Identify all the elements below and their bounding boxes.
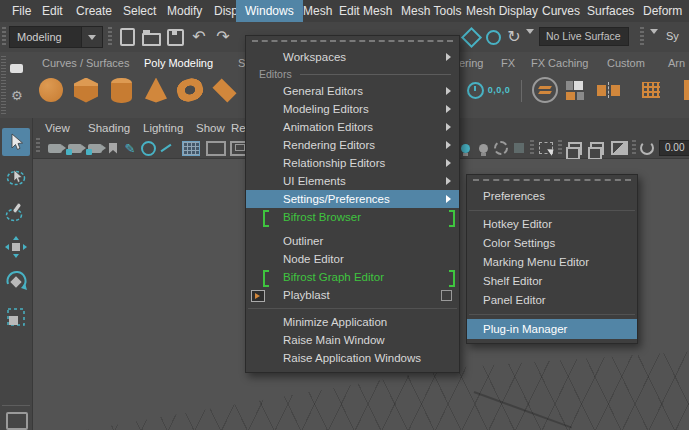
film-gate-button[interactable]: [205, 140, 227, 156]
2d-pan-zoom-button[interactable]: [139, 140, 157, 156]
panel-menu-shading[interactable]: Shading: [88, 118, 130, 138]
exposure-toggle-button[interactable]: [638, 140, 656, 156]
shelf-tab-fx-caching[interactable]: FX Caching: [527, 55, 592, 72]
layout-single-pane-button[interactable]: [6, 412, 28, 430]
submenu-item-plug-in-manager[interactable]: Plug-in Manager: [467, 319, 637, 339]
textured-button[interactable]: [609, 140, 629, 156]
all-lights-button[interactable]: [475, 140, 491, 156]
menubar-item-surfaces[interactable]: Surfaces: [583, 0, 638, 22]
shadows-button[interactable]: [493, 140, 509, 156]
xray-button[interactable]: [587, 140, 607, 156]
menubar-item-create[interactable]: Create: [72, 0, 116, 22]
menu-item-raise-application-windows[interactable]: Raise Application Windows: [246, 349, 459, 367]
shelf-tab-fx[interactable]: FX: [497, 55, 519, 72]
symmetry-caret[interactable]: [650, 34, 658, 52]
menubar-item-mesh[interactable]: Mesh: [299, 0, 336, 22]
panel-menu-show[interactable]: Show: [196, 118, 225, 138]
menu-set-caret[interactable]: [81, 27, 102, 47]
layout-squares-button[interactable]: [560, 74, 590, 106]
toolbar-grip[interactable]: [1, 56, 6, 114]
menu-item-settings-preferences[interactable]: Settings/Preferences: [246, 190, 459, 208]
menu-item-bifrost-graph-editor[interactable]: Bifrost Graph Editor: [246, 268, 459, 286]
poly-cone-button[interactable]: [141, 74, 171, 106]
greasepencil-button[interactable]: [157, 140, 175, 156]
select-camera-button[interactable]: [45, 140, 65, 156]
menubar-item-select[interactable]: Select: [119, 0, 160, 22]
scale-tool-button[interactable]: [2, 303, 30, 331]
toolbar-grip[interactable]: [558, 140, 562, 155]
submenu-item-marking-menu-editor[interactable]: Marking Menu Editor: [467, 253, 637, 272]
move-tool-button[interactable]: [2, 233, 30, 261]
tearoff-handle[interactable]: [473, 179, 631, 184]
occlusion-button[interactable]: [511, 140, 527, 156]
option-box-icon[interactable]: [441, 290, 452, 301]
save-scene-button[interactable]: [164, 26, 186, 48]
bookmark-button[interactable]: [105, 140, 121, 156]
menubar-item-edit-mesh[interactable]: Edit Mesh: [335, 0, 396, 22]
construction-history-button[interactable]: ↻: [503, 26, 525, 48]
isolate-select-button[interactable]: [537, 140, 555, 156]
grid-toggle-button[interactable]: [180, 140, 202, 156]
menu-item-modeling-editors[interactable]: Modeling Editors: [246, 100, 459, 118]
lasso-select-tool-button[interactable]: [2, 163, 30, 191]
menu-item-raise-main-window[interactable]: Raise Main Window: [246, 331, 459, 349]
menu-set-selector[interactable]: Modeling: [9, 26, 103, 48]
select-tool-button[interactable]: [2, 128, 30, 156]
toolbar-grip[interactable]: [108, 27, 112, 47]
menu-item-ui-elements[interactable]: UI Elements: [246, 172, 459, 190]
menu-item-general-editors[interactable]: General Editors: [246, 82, 459, 100]
menu-item-workspaces[interactable]: Workspaces: [246, 48, 459, 66]
poly-plane-button[interactable]: [209, 74, 239, 106]
poly-cylinder-button[interactable]: [106, 74, 136, 106]
menu-item-node-editor[interactable]: Node Editor: [246, 250, 459, 268]
mirror-geometry-button[interactable]: [592, 74, 624, 106]
toolbar-grip[interactable]: [640, 27, 644, 47]
menubar-item-curves[interactable]: Curves: [538, 0, 584, 22]
new-scene-button[interactable]: [116, 26, 138, 48]
submenu-item-shelf-editor[interactable]: Shelf Editor: [467, 272, 637, 291]
rotate-tool-button[interactable]: [2, 268, 30, 296]
shelf-tabs-toggle-button[interactable]: [10, 60, 23, 76]
menu-item-rendering-editors[interactable]: Rendering Editors: [246, 136, 459, 154]
panel-menu-view[interactable]: View: [45, 118, 70, 138]
shelf-options-button[interactable]: ⚙: [11, 88, 23, 103]
submenu-item-color-settings[interactable]: Color Settings: [467, 234, 637, 253]
wireframe-on-shaded-button[interactable]: [565, 140, 585, 156]
menu-item-bifrost-browser[interactable]: Bifrost Browser: [246, 208, 459, 226]
open-scene-button[interactable]: [140, 26, 162, 48]
shelf-tab-custom[interactable]: Custom: [603, 55, 649, 72]
menu-item-outliner[interactable]: Outliner: [246, 232, 459, 250]
poly-sphere-button[interactable]: [36, 74, 66, 106]
menubar-item-file[interactable]: File: [8, 0, 35, 22]
live-surface-caret[interactable]: [526, 34, 534, 52]
snap-together-button[interactable]: [460, 26, 482, 48]
menubar-item-edit[interactable]: Edit: [38, 0, 67, 22]
shelf-tab-arnold[interactable]: Arn: [664, 55, 689, 72]
menubar-item-deform[interactable]: Deform: [639, 0, 686, 22]
menubar-item-windows[interactable]: Windows: [236, 0, 303, 22]
menu-item-minimize-application[interactable]: Minimize Application: [246, 313, 459, 331]
toolbar-grip[interactable]: [530, 140, 534, 155]
undo-button[interactable]: ↶: [188, 26, 210, 48]
poly-cube-button[interactable]: [71, 74, 101, 106]
poly-torus-button[interactable]: [175, 74, 205, 106]
redo-button[interactable]: ↷: [212, 26, 234, 48]
toolbar-grip[interactable]: [2, 27, 6, 47]
live-surface-field[interactable]: No Live Surface: [539, 27, 629, 46]
tearoff-handle[interactable]: [252, 40, 453, 45]
shelf-tab-poly-modeling[interactable]: Poly Modeling: [140, 55, 217, 72]
image-plane-button[interactable]: ✎: [121, 140, 139, 156]
menubar-item-mesh-tools[interactable]: Mesh Tools: [397, 0, 465, 22]
lattice-grid-button[interactable]: [636, 74, 666, 106]
smooth-layers-button[interactable]: [530, 74, 560, 106]
menubar-item-modify[interactable]: Modify: [163, 0, 206, 22]
origin-coordinates-button[interactable]: 0,0,0: [482, 74, 516, 106]
exposure-field[interactable]: 0.00: [659, 140, 689, 156]
toolbar-grip[interactable]: [632, 140, 636, 155]
submenu-item-panel-editor[interactable]: Panel Editor: [467, 291, 637, 310]
submenu-item-hotkey-editor[interactable]: Hotkey Editor: [467, 215, 637, 234]
make-live-button[interactable]: [482, 26, 504, 48]
menu-item-relationship-editors[interactable]: Relationship Editors: [246, 154, 459, 172]
submenu-item-preferences[interactable]: Preferences: [467, 187, 637, 206]
panel-menu-lighting[interactable]: Lighting: [143, 118, 183, 138]
